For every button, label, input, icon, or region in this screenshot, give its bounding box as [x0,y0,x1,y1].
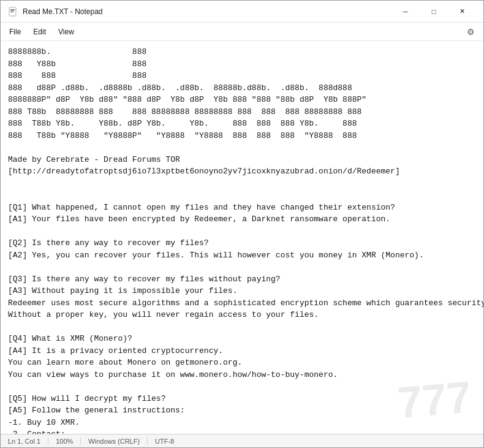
menu-view[interactable]: View [52,25,80,39]
close-button[interactable]: ✕ [448,1,476,23]
line-ending: Windows (CRLF) [81,438,148,445]
svg-rect-2 [10,10,15,11]
encoding: UTF-8 [148,438,181,445]
minimize-button[interactable]: ─ [391,1,420,23]
notepad-window: Read Me.TXT - Notepad ─ □ ✕ File Edit Vi… [0,0,484,448]
zoom-level: 100% [48,438,81,445]
status-bar: Ln 1, Col 1 100% Windows (CRLF) UTF-8 [1,434,483,447]
svg-rect-1 [10,9,15,10]
window-title: Read Me.TXT - Notepad [23,7,391,16]
settings-gear-icon[interactable]: ⚙ [461,25,481,39]
window-controls: ─ □ ✕ [391,1,476,23]
menu-file[interactable]: File [3,25,27,39]
maximize-button[interactable]: □ [420,1,448,23]
title-bar: Read Me.TXT - Notepad ─ □ ✕ [1,1,483,23]
menu-bar: File Edit View ⚙ [1,23,483,41]
svg-rect-3 [10,12,13,12]
menu-edit[interactable]: Edit [27,25,52,39]
app-icon [8,7,18,17]
editor-area[interactable]: 8888888b. 888 888 Y88b 888 888 888 888 8… [1,41,483,434]
editor-content: 8888888b. 888 888 Y88b 888 888 888 888 8… [8,46,476,434]
cursor-position: Ln 1, Col 1 [8,438,48,445]
